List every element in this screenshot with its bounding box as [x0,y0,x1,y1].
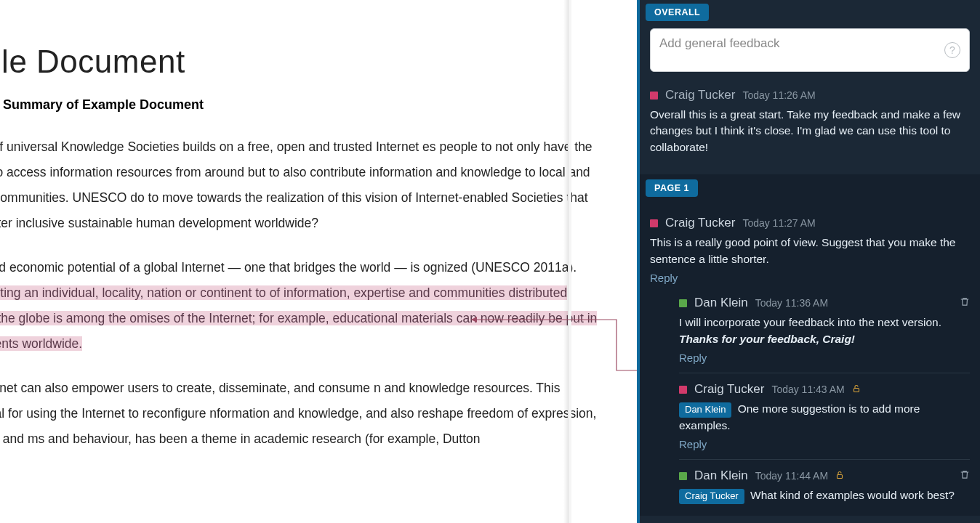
comment-author: Craig Tucker [694,382,764,397]
comment[interactable]: Dan Klein Today 11:44 AM Craig Tucker [679,463,970,512]
comments-pane: OVERALL Add general feedback ? Craig Tuc… [637,0,980,523]
paragraph: civic and economic potential of a global… [0,255,608,357]
comment[interactable]: Craig Tucker Today 11:27 AM This is a re… [650,210,970,287]
document-subtitle: Summary of Example Document [3,97,608,113]
svg-rect-1 [838,474,843,478]
comment-text-plain: I will incorporate your feedback into th… [679,316,941,328]
feedback-placeholder: Add general feedback [659,36,779,50]
comment-timestamp: Today 11:26 AM [742,89,815,101]
overall-badge: OVERALL [646,4,709,21]
reply-button[interactable]: Reply [679,352,970,364]
reply-button[interactable]: Reply [679,438,970,450]
comment: Craig Tucker Today 11:26 AM Overall this… [650,82,970,164]
svg-rect-0 [854,388,859,392]
paragraph: vision of universal Knowledge Societies … [0,134,608,236]
comment-header: Craig Tucker Today 11:27 AM [650,216,970,230]
comment-timestamp: Today 11:36 AM [755,297,828,309]
comment-header: Dan Klein Today 11:36 AM [679,296,970,310]
comment-header: Craig Tucker Today 11:43 AM [679,382,970,397]
overall-thread: Craig Tucker Today 11:26 AM Overall this… [640,82,980,174]
page1-section: PAGE 1 Craig Tucker Today 11:27 AM This … [640,174,980,515]
comment-timestamp: Today 11:27 AM [742,217,815,229]
general-feedback-input[interactable]: Add general feedback ? [650,28,970,72]
comment-author: Dan Klein [694,469,748,483]
comment[interactable]: Craig Tucker Today 11:43 AM Dan Klein On… [679,376,970,460]
comment-text: Overall this is a great start. Take my f… [650,107,970,155]
comment-text: Craig Tucker What kind of examples would… [679,487,970,503]
author-swatch [650,92,658,100]
comment-author: Craig Tucker [665,216,735,230]
comment-timestamp: Today 11:44 AM [755,470,828,482]
comment-header: Craig Tucker Today 11:26 AM [650,88,970,102]
page1-badge: PAGE 1 [646,179,698,197]
author-swatch [679,386,687,394]
comment-text: Dan Klein One more suggestion is to add … [679,401,970,434]
highlighted-text[interactable]: Connecting an individual, locality, nati… [0,285,597,351]
comment-text-plain: What kind of examples would work best? [750,489,955,501]
page-edge [568,0,571,523]
page1-thread: Craig Tucker Today 11:27 AM This is a re… [640,204,980,512]
comment-text: This is a really good point of view. Sug… [650,235,970,267]
author-swatch [679,472,687,480]
comment-text-emph: Thanks for your feedback, Craig! [679,333,855,345]
document-body: vision of universal Knowledge Societies … [0,134,608,452]
comment-timestamp: Today 11:43 AM [771,384,844,395]
reply-button[interactable]: Reply [650,272,970,284]
comment-header: Dan Klein Today 11:44 AM [679,469,970,483]
lock-icon [852,384,861,396]
document-title: mple Document [0,44,608,80]
author-swatch [679,299,687,307]
trash-icon[interactable] [960,296,970,309]
mention-chip[interactable]: Dan Klein [679,402,731,418]
comment-author: Dan Klein [694,296,748,310]
paragraph: he Internet can also empower users to cr… [0,376,608,452]
comment-text: I will incorporate your feedback into th… [679,315,970,347]
comment-author: Craig Tucker [665,88,735,102]
author-swatch [650,219,658,227]
comment[interactable]: Dan Klein Today 11:36 AM I will incorpor… [679,290,970,373]
paragraph-text: civic and economic potential of a global… [0,260,577,275]
mention-chip[interactable]: Craig Tucker [679,489,744,504]
reply-list: Dan Klein Today 11:36 AM I will incorpor… [679,290,970,512]
help-icon[interactable]: ? [944,42,960,58]
trash-icon[interactable] [960,469,970,482]
document-pane: mple Document Summary of Example Documen… [0,0,637,523]
lock-icon [835,470,844,482]
